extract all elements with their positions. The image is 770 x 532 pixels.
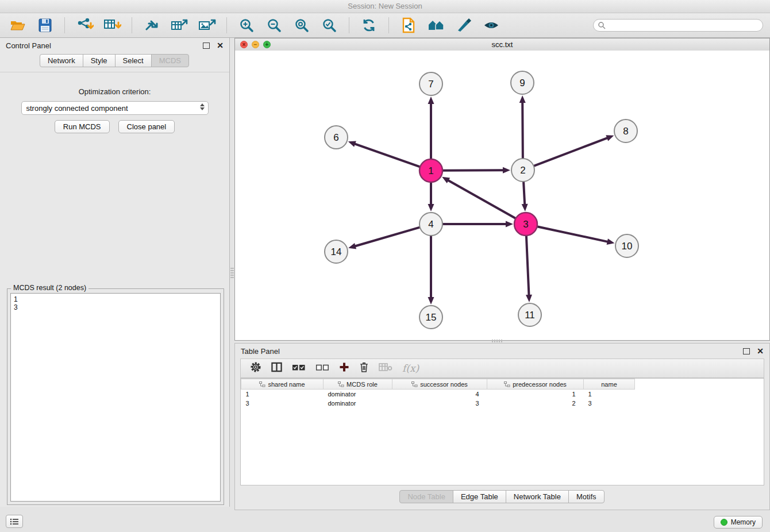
graph-edge-3-11[interactable] bbox=[526, 236, 529, 295]
select-all-button[interactable] bbox=[292, 363, 306, 374]
table-cell[interactable]: dominator bbox=[324, 390, 392, 399]
graph-edge-2-9[interactable] bbox=[522, 103, 523, 158]
close-window-icon[interactable]: × bbox=[240, 41, 248, 48]
network-canvas[interactable]: 7968124314101511 bbox=[235, 51, 769, 340]
minimize-window-icon[interactable]: − bbox=[252, 41, 259, 48]
table-cell[interactable]: 1 bbox=[241, 390, 324, 399]
graph-edge-1-2[interactable] bbox=[443, 170, 503, 171]
float-panel-icon[interactable] bbox=[743, 348, 750, 354]
graph-edge-3-10[interactable] bbox=[538, 226, 607, 241]
tab-motifs[interactable]: Motifs bbox=[568, 490, 605, 503]
network-document-button[interactable] bbox=[398, 16, 419, 34]
column-layout-button[interactable] bbox=[271, 362, 282, 375]
graph-node-15[interactable]: 15 bbox=[419, 306, 442, 329]
run-mcds-button[interactable]: Run MCDS bbox=[55, 120, 110, 133]
graph-node-11[interactable]: 11 bbox=[518, 303, 541, 326]
export-image-button[interactable] bbox=[197, 16, 217, 34]
zoom-fit-button[interactable] bbox=[291, 16, 312, 34]
criterion-dropdown[interactable]: strongly connected component bbox=[21, 101, 209, 115]
delete-table-button[interactable] bbox=[379, 363, 392, 374]
import-network-button[interactable] bbox=[74, 16, 95, 34]
column-header-predecessor-nodes[interactable]: predecessor nodes bbox=[487, 379, 584, 390]
table-panel-header: Table Panel ✕ bbox=[235, 344, 769, 358]
column-type-icon bbox=[338, 381, 344, 387]
tab-network[interactable]: Network bbox=[40, 54, 83, 67]
graphics-details-button[interactable] bbox=[481, 16, 502, 34]
search-container bbox=[593, 19, 763, 32]
column-header-successor-nodes[interactable]: successor nodes bbox=[392, 379, 487, 390]
table-cell[interactable]: 3 bbox=[241, 399, 324, 408]
graph-node-10[interactable]: 10 bbox=[615, 234, 638, 257]
graph-node-3[interactable]: 3 bbox=[514, 213, 537, 236]
table-cell[interactable]: 2 bbox=[487, 399, 584, 408]
column-header-name[interactable]: name bbox=[584, 379, 635, 390]
tab-edge-table[interactable]: Edge Table bbox=[453, 490, 506, 503]
tab-network-table[interactable]: Network Table bbox=[506, 490, 569, 503]
graph-edge-arrow bbox=[428, 204, 434, 211]
graph-node-2[interactable]: 2 bbox=[511, 159, 534, 182]
table-cell[interactable]: 1 bbox=[584, 390, 635, 399]
graph-node-1[interactable]: 1 bbox=[419, 159, 442, 182]
apply-style-button[interactable] bbox=[453, 16, 474, 34]
column-header-mcds-role[interactable]: MCDS role bbox=[324, 379, 392, 390]
memory-button[interactable]: Memory bbox=[714, 516, 763, 529]
function-builder-button[interactable]: f(x) bbox=[402, 363, 419, 374]
table-cell[interactable]: dominator bbox=[324, 399, 392, 408]
export-table-button[interactable] bbox=[169, 16, 190, 34]
table-row[interactable]: 1dominator411 bbox=[241, 390, 635, 399]
table-cell[interactable]: 4 bbox=[392, 390, 487, 399]
apply-layout-button[interactable] bbox=[359, 16, 379, 34]
search-input[interactable] bbox=[593, 19, 763, 32]
horizontal-splitter-handle[interactable] bbox=[492, 340, 502, 342]
zoom-in-button[interactable] bbox=[236, 16, 257, 34]
table-cell[interactable]: 3 bbox=[584, 399, 635, 408]
network-graph[interactable]: 7968124314101511 bbox=[235, 51, 769, 340]
graph-node-14[interactable]: 14 bbox=[325, 240, 348, 263]
tab-style[interactable]: Style bbox=[83, 54, 116, 67]
column-label: MCDS role bbox=[346, 381, 378, 388]
graph-edge-3-1[interactable] bbox=[448, 180, 515, 218]
graph-edge-2-8[interactable] bbox=[534, 138, 607, 165]
graph-node-8[interactable]: 8 bbox=[614, 119, 637, 142]
export-table-icon bbox=[171, 18, 188, 33]
graph-edge-4-14[interactable] bbox=[356, 228, 419, 246]
graph-node-6[interactable]: 6 bbox=[325, 126, 348, 149]
graph-edge-2-3[interactable] bbox=[523, 182, 525, 204]
save-session-button[interactable] bbox=[34, 16, 55, 34]
table-cell[interactable]: 1 bbox=[487, 390, 584, 399]
starter-panel-button[interactable] bbox=[426, 16, 446, 34]
graph-node-label: 8 bbox=[623, 126, 628, 137]
vertical-splitter-handle[interactable] bbox=[230, 268, 234, 278]
deselect-all-button[interactable] bbox=[315, 363, 329, 374]
table-cell[interactable]: 3 bbox=[392, 399, 487, 408]
close-panel-icon[interactable]: ✕ bbox=[217, 41, 224, 49]
close-panel-icon[interactable]: ✕ bbox=[757, 347, 764, 355]
add-column-button[interactable] bbox=[339, 362, 349, 375]
mcds-result-text[interactable]: 1 3 bbox=[10, 293, 221, 502]
task-history-button[interactable] bbox=[6, 515, 23, 528]
float-panel-icon[interactable] bbox=[203, 43, 210, 49]
table-panel: Table Panel ✕ bbox=[234, 343, 770, 510]
table-row[interactable]: 3dominator323 bbox=[241, 399, 635, 408]
import-table-button[interactable] bbox=[102, 16, 122, 34]
graph-node-4[interactable]: 4 bbox=[419, 213, 442, 236]
control-panel-title: Control Panel bbox=[6, 41, 51, 50]
graph-node-9[interactable]: 9 bbox=[511, 71, 534, 94]
graph-node-label: 4 bbox=[428, 219, 433, 230]
delete-column-button[interactable] bbox=[359, 361, 369, 375]
tab-node-table[interactable]: Node Table bbox=[399, 490, 453, 503]
column-header-shared-name[interactable]: shared name bbox=[241, 379, 324, 390]
table-settings-button[interactable] bbox=[250, 361, 261, 375]
close-panel-button[interactable]: Close panel bbox=[118, 120, 175, 133]
graph-edge-1-6[interactable] bbox=[355, 144, 419, 167]
zoom-out-button[interactable] bbox=[264, 16, 284, 34]
open-session-button[interactable] bbox=[7, 16, 28, 34]
eye-icon bbox=[483, 18, 499, 33]
tab-select[interactable]: Select bbox=[115, 54, 152, 67]
export-network-button[interactable] bbox=[141, 16, 162, 34]
graph-node-label: 15 bbox=[426, 312, 437, 323]
graph-node-7[interactable]: 7 bbox=[419, 72, 442, 95]
maximize-window-icon[interactable]: + bbox=[263, 41, 271, 48]
zoom-selected-button[interactable] bbox=[319, 16, 340, 34]
tab-mcds[interactable]: MCDS bbox=[151, 54, 189, 67]
